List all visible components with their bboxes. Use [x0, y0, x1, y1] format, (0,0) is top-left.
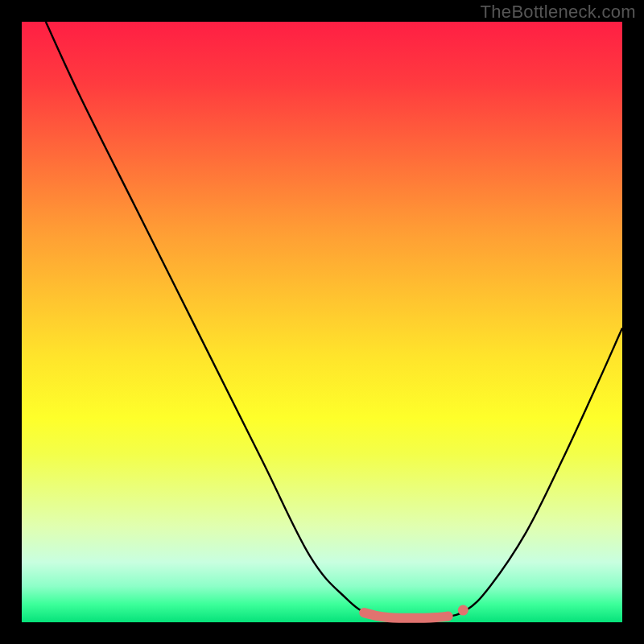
optimal-range-highlight: [364, 613, 448, 618]
watermark-text: TheBottleneck.com: [481, 2, 636, 23]
chart-stage: TheBottleneck.com: [0, 0, 644, 644]
bottleneck-curve: [46, 22, 622, 619]
optimal-marker-dot: [458, 605, 469, 616]
chart-overlay: [22, 22, 622, 622]
